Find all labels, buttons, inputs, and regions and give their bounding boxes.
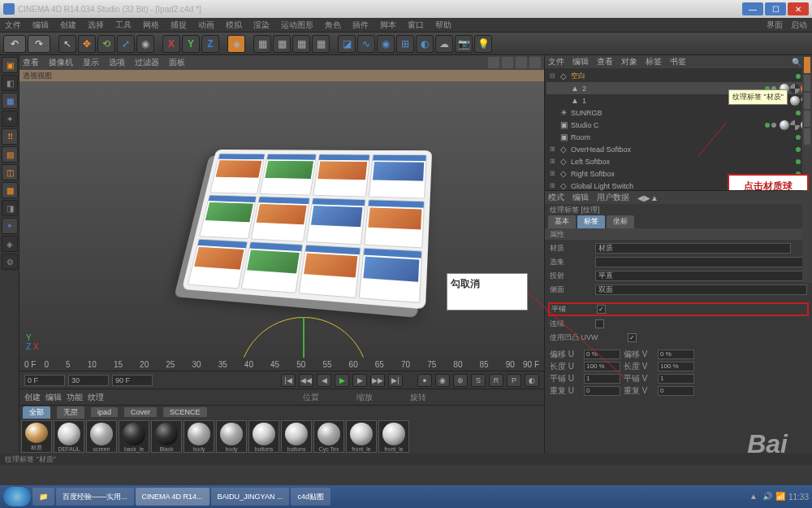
menu-item[interactable]: 运动图形 [281,20,313,31]
vp-menu-item[interactable]: 查看 [23,57,39,68]
end-frame[interactable]: 90 F [112,375,153,386]
search-icon[interactable]: 🔍 [792,58,801,67]
spline-primitive[interactable]: ∿ [357,35,375,53]
material-slot[interactable]: screen [86,420,117,453]
seamless-checkbox[interactable] [595,319,604,328]
layout-select[interactable]: 启动 [791,20,807,31]
key-pla[interactable]: ◐ [525,374,539,387]
menu-item[interactable]: 动画 [198,20,214,31]
length-v[interactable]: 100 % [658,362,694,371]
projection-select[interactable]: 平直 [595,271,807,281]
select-tool[interactable]: ↖ [58,35,76,53]
render-view[interactable]: ▦ [253,35,271,53]
material-slot[interactable]: DEFAUL [54,420,84,453]
tray-icon[interactable]: 🔊 [762,492,772,501]
material-slot[interactable]: buttons [248,420,279,453]
3d-viewport[interactable]: Y Z X [19,81,544,358]
menu-item[interactable]: 编辑 [32,20,49,31]
attr-tab-tag[interactable]: 标签 [577,215,605,228]
menu-item[interactable]: 创建 [60,20,76,31]
tile-checkbox[interactable] [597,305,606,314]
prev-key[interactable]: ◀◀ [299,374,313,387]
next-key[interactable]: ▶▶ [370,374,385,387]
offset-v[interactable]: 0 % [658,350,694,359]
offset-u[interactable]: 0 % [584,350,620,359]
material-slot[interactable]: body [216,420,247,453]
system-tray[interactable]: ▲ 🔊 📶 11:33 [749,492,809,501]
point-mode[interactable]: ⠿ [2,128,18,145]
side-tab[interactable] [804,128,810,145]
render-region[interactable]: ▦ [273,35,291,53]
camera-primitive[interactable]: 📷 [455,35,473,53]
vp-menu-item[interactable]: 面板 [169,57,185,68]
object-tree[interactable]: ⊟◇空白▲2▲1☀SUNRGB▣Studio C▣Room⊞◇OverHead … [545,68,812,190]
side-select[interactable]: 双面 [595,284,807,295]
material-slot[interactable]: Black [151,420,182,453]
autokey-button[interactable]: ◉ [435,374,450,387]
menu-item[interactable]: 工具 [115,20,132,31]
nurbs-primitive[interactable]: ◉ [377,35,395,53]
menu-item[interactable]: 文件 [5,20,21,31]
menu-item[interactable]: 网格 [143,20,159,31]
mat-menu[interactable]: 创建 [24,392,41,403]
material-slot[interactable]: buttons [281,420,312,453]
key-rot[interactable]: R [489,374,503,387]
tree-row[interactable]: ☀SUNRGB [546,106,810,119]
z-axis-lock[interactable]: Z [201,35,219,53]
material-field[interactable]: 材质 [595,243,791,254]
make-editable[interactable]: ▣ [2,57,18,73]
material-slot[interactable]: body [184,420,214,453]
record-button[interactable]: ● [417,374,432,387]
menu-item[interactable]: 帮助 [435,20,451,31]
vp-nav-icon[interactable] [529,57,541,68]
mat-filter[interactable]: 无层 [57,406,84,419]
key-scale[interactable]: S [471,374,486,387]
repeat-u[interactable]: 0 [584,386,620,396]
tile-u[interactable]: 1 [584,374,620,384]
texture-mode[interactable]: ▩ [2,182,18,198]
nav-up-icon[interactable]: ▲ [650,193,659,202]
om-menu[interactable]: 查看 [597,56,613,67]
attr-menu[interactable]: 用户数据 [597,192,629,203]
mat-menu[interactable]: 编辑 [45,392,62,403]
last-tool[interactable]: ◉ [136,35,154,53]
maximize-button[interactable]: ☐ [765,2,786,15]
start-button[interactable]: ⊞ [3,487,31,506]
vp-nav-icon[interactable] [502,57,513,68]
attr-tab-basic[interactable]: 基本 [548,215,576,228]
mat-filter[interactable]: ipad [91,407,118,417]
om-menu[interactable]: 编辑 [572,56,589,67]
vp-nav-icon[interactable] [516,57,527,68]
play-button[interactable]: ▶ [335,374,349,387]
tree-row[interactable]: ▣Studio C [546,119,810,131]
vp-menu-item[interactable]: 显示 [83,57,99,68]
vp-menu-item[interactable]: 过滤器 [135,57,159,68]
menu-item[interactable]: 脚本 [380,20,396,31]
move-tool[interactable]: ✥ [78,35,96,53]
vp-nav-icon[interactable] [488,57,499,68]
deformer-primitive[interactable]: ◐ [416,35,434,53]
om-menu[interactable]: 书签 [670,56,686,67]
tree-row[interactable]: ▣Room [546,131,810,143]
render-settings[interactable]: ▦ [292,35,310,53]
rotate-tool[interactable]: ⟲ [97,35,115,53]
side-tab[interactable] [804,111,810,127]
side-tab[interactable] [804,75,810,91]
attr-menu[interactable]: 编辑 [572,192,589,203]
mat-menu[interactable]: 功能 [67,392,83,403]
material-slot[interactable]: 材质 [21,420,52,453]
fps-field[interactable]: 30 [68,375,109,386]
task-item[interactable]: CINEMA 4D R14... [136,488,209,506]
menu-item[interactable]: 插件 [352,20,369,31]
network-icon[interactable]: 📶 [775,492,785,501]
coord-system[interactable]: ◈ [227,35,245,53]
menu-item[interactable]: 角色 [325,20,341,31]
minimize-button[interactable]: — [742,2,763,15]
picture-viewer[interactable]: ▦ [312,35,330,53]
mat-menu[interactable]: 纹理 [88,392,104,403]
task-item[interactable]: BAIDU_JINGYAN ... [211,488,290,506]
material-slot[interactable]: back_le [119,420,149,453]
prev-frame[interactable]: ◀ [317,374,331,387]
side-tab[interactable] [804,57,810,73]
array-primitive[interactable]: ⊞ [396,35,414,53]
